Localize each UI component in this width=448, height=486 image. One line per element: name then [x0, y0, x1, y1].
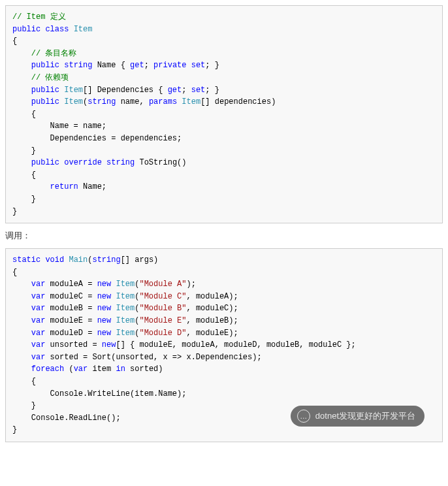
code-line: public class Item	[12, 24, 436, 36]
code-line: var moduleA = new Item("Module A");	[12, 278, 436, 291]
code-line: var moduleE = new Item("Module E", modul…	[12, 315, 436, 327]
code-line: // 依赖项	[12, 72, 436, 84]
code-line: }	[12, 145, 436, 157]
code-line: return Name;	[12, 181, 436, 193]
code-line: public string Name { get; private set; }	[12, 59, 436, 72]
code-line: // 条目名称	[12, 48, 436, 60]
code-line: {	[12, 376, 436, 388]
code-line: foreach (var item in sorted)	[12, 363, 436, 376]
wechat-icon: …	[297, 410, 310, 423]
code-line: {	[12, 267, 436, 279]
code-line: public override string ToString()	[12, 157, 436, 169]
code-line: // Item 定义	[12, 11, 436, 24]
code-block-item-class: // Item 定义public class Item{ // 条目名称 pub…	[5, 5, 443, 223]
code-line: {	[12, 35, 436, 48]
code-line: Dependencies = dependencies;	[12, 133, 436, 145]
code-line: Name = name;	[12, 120, 436, 133]
code-line: var moduleD = new Item("Module D", modul…	[12, 327, 436, 340]
code-line: }	[12, 193, 436, 206]
code-line: var moduleB = new Item("Module B", modul…	[12, 302, 436, 315]
code-line: var unsorted = new[] { moduleE, moduleA,…	[12, 339, 436, 351]
code-line: static void Main(string[] args)	[12, 254, 436, 267]
watermark-text: dotnet发现更好的开发平台	[315, 410, 415, 422]
watermark-badge: … dotnet发现更好的开发平台	[291, 406, 424, 427]
code-line: {	[12, 169, 436, 182]
code-line: public Item(string name, params Item[] d…	[12, 96, 436, 108]
code-line: Console.WriteLine(item.Name);	[12, 388, 436, 400]
code-line: {	[12, 108, 436, 121]
caption-call: 调用：	[5, 230, 443, 242]
code-line: public Item[] Dependencies { get; set; }	[12, 84, 436, 97]
code-line: var moduleC = new Item("Module C", modul…	[12, 291, 436, 303]
code-line: }	[12, 206, 436, 218]
code-line: var sorted = Sort(unsorted, x => x.Depen…	[12, 351, 436, 364]
